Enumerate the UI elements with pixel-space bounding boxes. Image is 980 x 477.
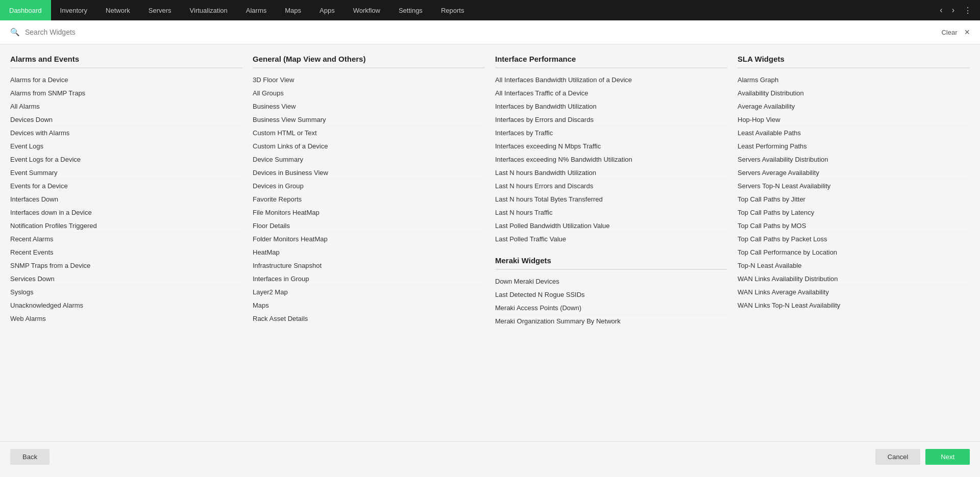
- list-item[interactable]: Top Call Performance by Location: [738, 246, 970, 259]
- list-item[interactable]: Infrastructure Snapshot: [253, 259, 485, 272]
- list-item[interactable]: Custom HTML or Text: [253, 127, 485, 140]
- list-item[interactable]: All Groups: [253, 87, 485, 100]
- list-item[interactable]: Hop-Hop View: [738, 113, 970, 127]
- list-item[interactable]: Availability Distribution: [738, 87, 970, 100]
- list-item[interactable]: Servers Top-N Least Availability: [738, 180, 970, 193]
- list-item[interactable]: Event Logs for a Device: [10, 153, 242, 166]
- list-item[interactable]: Devices in Business View: [253, 166, 485, 180]
- list-item[interactable]: Maps: [253, 299, 485, 312]
- list-item[interactable]: Interfaces by Traffic: [495, 127, 727, 140]
- list-item[interactable]: Interfaces exceeding N% Bandwidth Utiliz…: [495, 153, 727, 166]
- list-item[interactable]: WAN Links Top-N Least Availability: [738, 299, 970, 312]
- list-item[interactable]: Alarms for a Device: [10, 73, 242, 87]
- next-button[interactable]: Next: [925, 449, 970, 465]
- list-item[interactable]: Interfaces exceeding N Mbps Traffic: [495, 140, 727, 153]
- nav-dashboard[interactable]: Dashboard: [0, 0, 51, 20]
- close-button[interactable]: ×: [964, 28, 970, 37]
- list-item[interactable]: Layer2 Map: [253, 286, 485, 299]
- list-item[interactable]: Interfaces by Bandwidth Utilization: [495, 100, 727, 113]
- list-item[interactable]: Folder Monitors HeatMap: [253, 233, 485, 246]
- list-item[interactable]: Services Down: [10, 272, 242, 286]
- list-item[interactable]: Event Logs: [10, 140, 242, 153]
- list-item[interactable]: Unacknowledged Alarms: [10, 299, 242, 312]
- list-item[interactable]: Least Performing Paths: [738, 140, 970, 153]
- list-item[interactable]: Last Detected N Rogue SSIDs: [495, 288, 727, 302]
- widget-list-interface: All Interfaces Bandwidth Utilization of …: [495, 73, 727, 246]
- category-title-alarms-events: Alarms and Events: [10, 55, 242, 68]
- list-item[interactable]: Syslogs: [10, 286, 242, 299]
- list-item[interactable]: WAN Links Average Availability: [738, 286, 970, 299]
- list-item[interactable]: Servers Availability Distribution: [738, 153, 970, 166]
- nav-alarms[interactable]: Alarms: [237, 0, 276, 20]
- back-button[interactable]: Back: [10, 449, 50, 465]
- list-item[interactable]: Interfaces Down: [10, 193, 242, 206]
- footer: Back Cancel Next: [0, 441, 980, 472]
- nav-reports[interactable]: Reports: [432, 0, 474, 20]
- list-item[interactable]: HeatMap: [253, 246, 485, 259]
- list-item[interactable]: Least Available Paths: [738, 127, 970, 140]
- list-item[interactable]: Alarms Graph: [738, 73, 970, 87]
- list-item[interactable]: Meraki Access Points (Down): [495, 302, 727, 315]
- nav-settings[interactable]: Settings: [389, 0, 432, 20]
- nav-workflow[interactable]: Workflow: [344, 0, 389, 20]
- list-item[interactable]: WAN Links Availability Distribution: [738, 272, 970, 286]
- list-item[interactable]: Meraki Organization Summary By Network: [495, 315, 727, 328]
- widget-list-alarms-events: Alarms for a Device Alarms from SNMP Tra…: [10, 73, 242, 325]
- list-item[interactable]: Devices in Group: [253, 180, 485, 193]
- nav-prev-btn[interactable]: ‹: [937, 4, 945, 17]
- list-item[interactable]: Top Call Paths by Packet Loss: [738, 233, 970, 246]
- list-item[interactable]: Favorite Reports: [253, 193, 485, 206]
- list-item[interactable]: Top Call Paths by MOS: [738, 219, 970, 233]
- list-item[interactable]: Top Call Paths by Jitter: [738, 193, 970, 206]
- category-title-meraki: Meraki Widgets: [495, 256, 727, 270]
- list-item[interactable]: Recent Alarms: [10, 233, 242, 246]
- list-item[interactable]: Recent Events: [10, 246, 242, 259]
- list-item[interactable]: Last N hours Total Bytes Transferred: [495, 193, 727, 206]
- list-item[interactable]: Top-N Least Available: [738, 259, 970, 272]
- list-item[interactable]: File Monitors HeatMap: [253, 206, 485, 219]
- list-item[interactable]: Last N hours Errors and Discards: [495, 180, 727, 193]
- list-item[interactable]: Web Alarms: [10, 312, 242, 325]
- list-item[interactable]: Device Summary: [253, 153, 485, 166]
- list-item[interactable]: Business View Summary: [253, 113, 485, 127]
- search-actions: Clear ×: [941, 28, 970, 37]
- search-input[interactable]: [25, 28, 941, 36]
- list-item[interactable]: Devices Down: [10, 113, 242, 127]
- nav-servers[interactable]: Servers: [139, 0, 181, 20]
- list-item[interactable]: Floor Details: [253, 219, 485, 233]
- list-item[interactable]: Interfaces by Errors and Discards: [495, 113, 727, 127]
- list-item[interactable]: 3D Floor View: [253, 73, 485, 87]
- cancel-button[interactable]: Cancel: [875, 449, 920, 465]
- list-item[interactable]: Down Meraki Devices: [495, 275, 727, 288]
- list-item[interactable]: All Interfaces Bandwidth Utilization of …: [495, 73, 727, 87]
- list-item[interactable]: Servers Average Availability: [738, 166, 970, 180]
- list-item[interactable]: All Alarms: [10, 100, 242, 113]
- list-item[interactable]: Custom Links of a Device: [253, 140, 485, 153]
- nav-maps[interactable]: Maps: [276, 0, 310, 20]
- nav-inventory[interactable]: Inventory: [51, 0, 96, 20]
- nav-menu-btn[interactable]: ⋮: [961, 4, 975, 17]
- nav-apps[interactable]: Apps: [310, 0, 344, 20]
- list-item[interactable]: Average Availability: [738, 100, 970, 113]
- list-item[interactable]: SNMP Traps from a Device: [10, 259, 242, 272]
- list-item[interactable]: Business View: [253, 100, 485, 113]
- list-item[interactable]: Top Call Paths by Latency: [738, 206, 970, 219]
- list-item[interactable]: Interfaces down in a Device: [10, 206, 242, 219]
- nav-virtualization[interactable]: Virtualization: [181, 0, 237, 20]
- list-item[interactable]: Last Polled Traffic Value: [495, 233, 727, 246]
- widget-list-sla: Alarms Graph Availability Distribution A…: [738, 73, 970, 312]
- list-item[interactable]: Rack Asset Details: [253, 312, 485, 325]
- list-item[interactable]: Notification Profiles Triggered: [10, 219, 242, 233]
- list-item[interactable]: Last Polled Bandwidth Utilization Value: [495, 219, 727, 233]
- list-item[interactable]: Interfaces in Group: [253, 272, 485, 286]
- nav-next-btn[interactable]: ›: [949, 4, 958, 17]
- nav-network[interactable]: Network: [96, 0, 139, 20]
- clear-button[interactable]: Clear: [941, 29, 957, 36]
- list-item[interactable]: Last N hours Traffic: [495, 206, 727, 219]
- list-item[interactable]: Devices with Alarms: [10, 127, 242, 140]
- list-item[interactable]: All Interfaces Traffic of a Device: [495, 87, 727, 100]
- list-item[interactable]: Last N hours Bandwidth Utilization: [495, 166, 727, 180]
- list-item[interactable]: Alarms from SNMP Traps: [10, 87, 242, 100]
- list-item[interactable]: Events for a Device: [10, 180, 242, 193]
- list-item[interactable]: Event Summary: [10, 166, 242, 180]
